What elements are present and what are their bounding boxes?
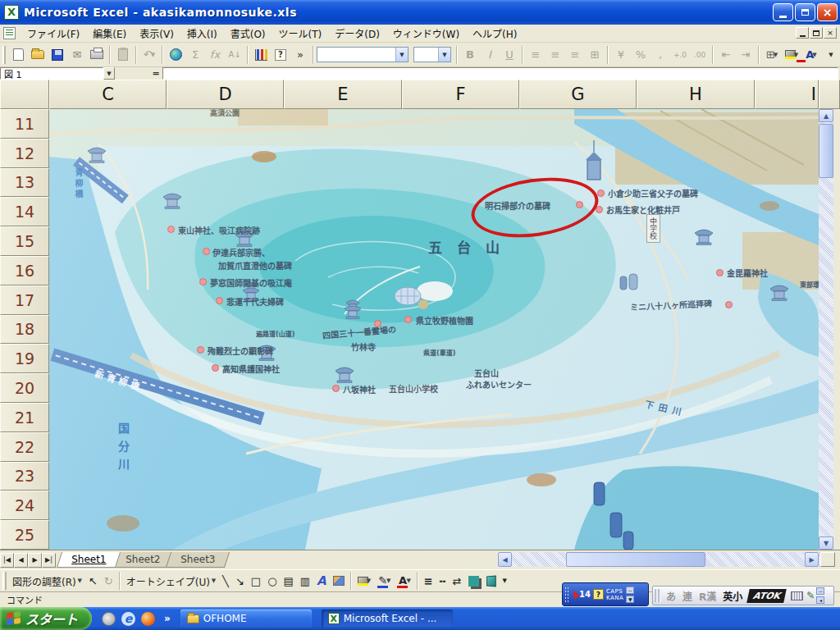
fill-color-button[interactable]: ▼ <box>354 572 374 590</box>
percent-style-button[interactable]: % <box>631 45 651 65</box>
arrow-style-button[interactable]: ⇄ <box>450 572 465 590</box>
print-button[interactable] <box>87 45 107 65</box>
row-header[interactable]: 23 <box>0 462 49 491</box>
firefox-icon[interactable] <box>141 612 155 626</box>
menu-view[interactable]: 表示(V) <box>133 24 180 43</box>
mail-button[interactable]: ✉ <box>67 45 87 65</box>
ime-eisuu-button[interactable]: 英小 <box>719 589 746 603</box>
row-header[interactable]: 17 <box>0 285 49 315</box>
quick-launch-overflow-icon[interactable]: » <box>164 613 171 624</box>
name-box-dropdown[interactable]: ▼ <box>103 67 115 80</box>
map-picture[interactable]: 五台山 東山神社、吸江病院跡 伊達兵部宗勝、 加賀爪直澄他の墓碑 夢窓国師開基の… <box>49 109 819 550</box>
column-header-c[interactable]: C <box>49 80 167 109</box>
start-button[interactable]: スタート <box>0 607 92 630</box>
underline-button[interactable]: U <box>500 45 519 65</box>
sort-ascending-button[interactable]: A↓ <box>225 45 244 65</box>
merge-center-button[interactable]: ⊞ <box>585 45 605 65</box>
column-header-d[interactable]: D <box>167 80 284 109</box>
grip-icon[interactable] <box>564 587 569 603</box>
function-button[interactable]: fx <box>205 45 225 65</box>
align-left-button[interactable]: ≡ <box>526 45 546 65</box>
grip-icon[interactable] <box>655 589 661 602</box>
drawbar-overflow-button[interactable]: ▼ <box>500 572 510 590</box>
help-button[interactable]: ? <box>271 45 290 65</box>
column-header-e[interactable]: E <box>284 80 402 109</box>
menu-edit[interactable]: 編集(E) <box>86 24 133 43</box>
scroll-right-button[interactable]: ▶ <box>805 552 819 567</box>
language-bar[interactable]: 14 ? CAPS KANA － ▼ <box>562 582 649 606</box>
vertical-scrollbar[interactable]: ▲ ▼ <box>819 109 833 550</box>
autoshapes-menu-button[interactable]: オートシェイプ(U) ▼ <box>123 572 219 590</box>
scroll-left-button[interactable]: ◀ <box>498 552 512 567</box>
ime-help-icon[interactable]: ? <box>593 589 604 600</box>
menu-insert[interactable]: 挿入(I) <box>180 24 224 43</box>
font-color-button[interactable]: A▼ <box>801 45 821 65</box>
menu-format[interactable]: 書式(O) <box>224 24 272 43</box>
last-sheet-button[interactable]: ▶| <box>42 553 56 568</box>
close-button[interactable]: × <box>817 3 838 21</box>
toolbar-grip[interactable] <box>2 46 6 64</box>
atok-logo[interactable]: ATOK <box>746 589 787 603</box>
menu-data[interactable]: データ(D) <box>328 24 386 43</box>
row-header[interactable]: 19 <box>0 344 49 373</box>
draw-menu-button[interactable]: 図形の調整(R) ▼ <box>9 572 85 590</box>
bold-button[interactable]: B <box>460 45 480 65</box>
line-style-button[interactable]: ≡ <box>421 572 436 590</box>
wordart-button[interactable]: A <box>313 572 330 590</box>
threed-button[interactable] <box>482 572 500 590</box>
browser-round-icon[interactable] <box>102 612 116 626</box>
decrease-indent-button[interactable]: ⇤ <box>716 45 736 65</box>
align-center-button[interactable]: ≡ <box>546 45 565 65</box>
paste-button[interactable] <box>113 45 133 65</box>
toolbar-overflow-button[interactable]: » <box>290 45 310 65</box>
insert-clipart-button[interactable] <box>330 572 348 590</box>
open-button[interactable] <box>28 45 48 65</box>
row-header[interactable]: 22 <box>0 432 49 462</box>
task-button-excel[interactable]: X Microsoft Excel - ... <box>322 609 453 628</box>
title-bar[interactable]: X Microsoft Excel - akasikamonnosuke.xls… <box>0 0 840 25</box>
column-header-i[interactable]: I <box>755 80 819 109</box>
autosum-button[interactable]: Σ <box>185 45 205 65</box>
horizontal-scroll-thumb[interactable] <box>566 552 705 567</box>
toolbar-grip[interactable] <box>2 572 7 590</box>
ime-hiragana-button[interactable]: あ <box>663 589 679 603</box>
font-size-combo[interactable]: ▼ <box>413 47 451 62</box>
row-header[interactable]: 21 <box>0 403 49 432</box>
tab-sheet3[interactable]: Sheet3 <box>166 552 231 568</box>
column-header-g[interactable]: G <box>519 80 637 109</box>
row-header[interactable]: 24 <box>0 491 49 520</box>
menu-help[interactable]: ヘルプ(H) <box>466 24 523 43</box>
increase-indent-button[interactable]: ⇥ <box>736 45 756 65</box>
row-header[interactable]: 18 <box>0 315 49 345</box>
child-restore-button[interactable] <box>810 27 823 39</box>
select-objects-button[interactable]: ↖ <box>85 572 101 590</box>
row-header[interactable]: 11 <box>0 109 49 139</box>
borders-button[interactable]: ⊞▼ <box>762 45 782 65</box>
formatting-overflow-button[interactable]: ▼ <box>821 45 840 65</box>
shadow-button[interactable] <box>465 572 482 590</box>
ime-prev-button[interactable]: ◂ <box>816 596 824 604</box>
tab-sheet1[interactable]: Sheet1 <box>57 552 121 568</box>
vertical-textbox-button[interactable]: ▥ <box>297 572 313 590</box>
ime-renbunsetsu-button[interactable]: 連 <box>679 589 696 603</box>
atok-ime-bar[interactable]: あ 連 R漢 英小 ATOK ✎ － ◂ <box>652 586 834 605</box>
child-minimize-button[interactable] <box>796 27 809 39</box>
rectangle-tool-button[interactable]: □ <box>248 572 264 590</box>
keyboard-icon[interactable] <box>791 591 803 600</box>
comma-style-button[interactable]: , <box>651 45 670 65</box>
font-name-combo[interactable]: ▼ <box>317 47 409 62</box>
save-button[interactable] <box>48 45 67 65</box>
dash-style-button[interactable]: ╍ <box>436 572 450 590</box>
decrease-decimal-button[interactable]: .00 <box>690 45 710 65</box>
row-header[interactable]: 14 <box>0 197 49 226</box>
hyperlink-button[interactable] <box>166 45 185 65</box>
equals-button[interactable]: = <box>149 68 162 79</box>
scroll-up-button[interactable]: ▲ <box>819 109 833 122</box>
line-tool-button[interactable]: ╲ <box>219 572 232 590</box>
row-header[interactable]: 13 <box>0 168 49 198</box>
row-header[interactable]: 15 <box>0 226 49 256</box>
chart-wizard-button[interactable] <box>251 45 271 65</box>
arrow-tool-button[interactable]: ↘ <box>232 572 248 590</box>
horizontal-scrollbar[interactable]: ◀ ▶ <box>498 552 820 567</box>
italic-button[interactable]: I <box>480 45 500 65</box>
